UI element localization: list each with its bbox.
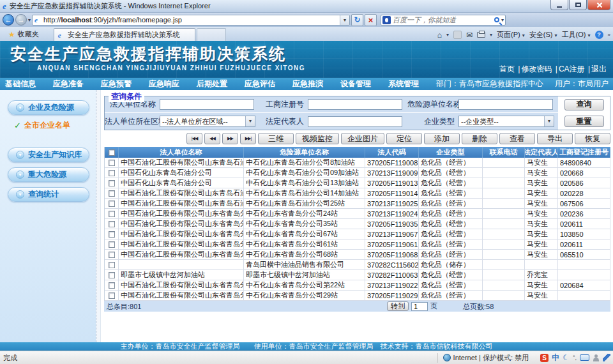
table-row[interactable]: 中国石油化工股份有限公司山东青岛石油分公司 中石化山东青岛石油分公司25站 37… — [105, 199, 610, 209]
stop-button[interactable]: × — [365, 14, 377, 26]
close-button[interactable] — [587, 0, 610, 10]
help-icon[interactable]: ? — [595, 31, 603, 39]
pager-button[interactable]: ▶▶| — [240, 133, 256, 144]
history-dropdown-icon[interactable]: ▾ — [28, 17, 31, 23]
goto-page-button[interactable]: 转到 — [387, 301, 409, 311]
menu-item[interactable]: 系统管理 — [388, 79, 419, 89]
sidebar-group-knowledge-base[interactable]: ▾ 安全生产知识库 — [8, 148, 89, 162]
table-row[interactable]: 即墨市七级镇中岔河加油站 即墨市七级镇中岔河加油站 370282F110063 … — [105, 270, 610, 280]
user-icon[interactable] — [593, 354, 600, 361]
table-row[interactable]: 中国石化山东青岛石油分公司 中石化山东青岛石油分公司09加油站 370213F1… — [105, 168, 610, 178]
punctuation-icon[interactable]: °, — [573, 354, 577, 361]
table-row[interactable]: 中国石油化工股份有限公司山东省青岛分公司 中石化山东省青岛分公司29站 3702… — [105, 291, 610, 301]
table-row[interactable]: 中国石油化工股份有限公司山东省青岛分公司 中石化山东省青岛分公司61站 3702… — [105, 239, 610, 250]
sidebar-group-query-statistics[interactable]: ▾ 查询统计 — [8, 187, 89, 202]
back-button[interactable]: ← — [3, 14, 14, 26]
menu-item[interactable]: 应急准备 — [53, 79, 84, 89]
frame-splitter[interactable] — [96, 90, 101, 342]
forward-button[interactable]: → — [15, 14, 27, 26]
row-checkbox[interactable] — [105, 229, 119, 239]
table-row[interactable]: 中国石油化工股份有限公司山东青岛石油分公司 中石化山东青岛石油分公司8加油站 3… — [105, 158, 610, 168]
table-row[interactable]: 中国石油化工股份有限公司山东省青岛分公司 中石化山东省青岛分公司67站 3702… — [105, 229, 610, 239]
sidebar-group-major-hazard[interactable]: ▾ 重大危险源 — [8, 167, 89, 182]
toolbar-button[interactable]: 视频监控 — [296, 133, 339, 144]
row-checkbox[interactable] — [105, 270, 119, 280]
row-checkbox[interactable] — [105, 199, 119, 209]
keyboard-icon[interactable] — [580, 354, 589, 361]
tab-active[interactable]: e 安全生产应急救援指挥辅助决策系统 — [54, 28, 195, 41]
hazard-name-input[interactable] — [458, 99, 553, 110]
sidebar-item-city-enterprise-list[interactable]: ✓ 全市企业名单 — [14, 120, 96, 131]
toolbar-button[interactable]: 删除 — [462, 133, 497, 144]
header-link[interactable]: 修改密码 — [515, 64, 552, 73]
row-checkbox[interactable] — [105, 239, 119, 250]
menu-item[interactable]: 后期处置 — [197, 79, 227, 89]
legal-rep-input[interactable] — [308, 116, 402, 127]
row-checkbox[interactable] — [105, 168, 119, 178]
row-checkbox[interactable] — [105, 250, 119, 260]
command-button[interactable]: 工具(O) ▾ — [562, 30, 591, 40]
corp-type-select[interactable]: --企业类型--▾ — [458, 116, 554, 127]
toolbar-button[interactable]: 添加 — [424, 133, 460, 144]
pager-button[interactable]: ◀◀ — [204, 133, 220, 144]
row-checkbox[interactable] — [105, 280, 119, 291]
overflow-icon[interactable]: » — [608, 32, 610, 38]
command-button[interactable]: 页面(P) ▾ — [497, 30, 525, 40]
header-link[interactable]: CA注册 — [552, 64, 584, 73]
home-dropdown-icon[interactable]: ▾ — [446, 32, 449, 38]
corp-name-input[interactable] — [160, 99, 254, 110]
moon-icon[interactable]: ☾ — [563, 353, 570, 362]
header-link[interactable]: 首页 — [499, 64, 515, 73]
row-checkbox[interactable] — [105, 219, 119, 229]
sogou-icon[interactable]: S — [540, 354, 549, 362]
home-icon[interactable]: ⌂ — [437, 31, 442, 40]
select-all-checkbox[interactable] — [105, 147, 119, 158]
table-row[interactable]: 中国石油化工股份有限公司山东省青岛分公司 中石化山东省青岛分公司68站 3702… — [105, 250, 610, 260]
wrench-icon[interactable] — [603, 354, 610, 361]
toolbar-button[interactable]: 导出 — [537, 133, 573, 144]
row-checkbox[interactable] — [105, 260, 119, 270]
toolbar-button[interactable]: 查看 — [499, 133, 535, 144]
table-row[interactable]: 中国石油化工股份有限公司山东省青岛分公司 中石化山东省青岛分公司第22站 370… — [105, 280, 610, 291]
reg-no-input[interactable] — [308, 99, 402, 110]
toolbar-button[interactable]: 三维 — [258, 133, 294, 144]
toolbar-button[interactable]: 恢复 — [575, 133, 610, 144]
table-row[interactable]: 青岛田横中油油品销售有限公司 370282C115602 危化品（储存） — [105, 260, 610, 270]
table-row[interactable]: 中国石油化工股份有限公司山东青岛石油分公司 中石化山东青岛石油分公司14加油站 … — [105, 188, 610, 199]
row-checkbox[interactable] — [105, 188, 119, 199]
menu-item[interactable]: 应急预警 — [101, 79, 132, 89]
pager-button[interactable]: ▶▶ — [222, 133, 238, 144]
row-checkbox[interactable] — [105, 178, 119, 188]
url-dropdown-icon[interactable]: ▾ — [340, 15, 349, 25]
print-dropdown-icon[interactable]: ▾ — [490, 32, 492, 38]
pager-button[interactable]: |◀◀ — [186, 133, 202, 144]
url-field[interactable]: e http://localhost:90/yjzh/frame/homepag… — [32, 15, 350, 26]
toolbar-button[interactable]: 企业图片 — [341, 133, 384, 144]
search-dropdown-icon[interactable]: ▾ — [501, 17, 504, 23]
minimize-button[interactable] — [550, 0, 568, 10]
search-icon[interactable] — [494, 17, 499, 22]
menu-item[interactable]: 设备管理 — [340, 79, 371, 89]
page-number-input[interactable] — [411, 302, 428, 311]
command-button[interactable]: 安全(S) ▾ — [529, 30, 557, 40]
toolbar-button[interactable]: 定位 — [386, 133, 422, 144]
row-checkbox[interactable] — [105, 291, 119, 301]
feeds-icon[interactable] — [453, 31, 462, 39]
print-icon[interactable] — [477, 32, 485, 38]
maximize-button[interactable] — [569, 0, 587, 10]
reset-button[interactable]: 重置 — [564, 116, 604, 127]
search-input[interactable] — [393, 16, 492, 24]
row-checkbox[interactable] — [105, 158, 119, 168]
header-link[interactable]: 退出 — [585, 64, 607, 73]
ime-language-icon[interactable]: 中 — [552, 353, 559, 363]
menu-item[interactable]: 应急响应 — [149, 79, 179, 89]
menu-item[interactable]: 应急推演 — [292, 79, 323, 89]
search-button[interactable]: 查询 — [564, 99, 604, 110]
region-select[interactable]: --法人单位所在区域--▾ — [160, 116, 255, 127]
new-tab-button[interactable] — [197, 28, 226, 41]
favorites-button[interactable]: ★ 收藏夹 — [3, 28, 45, 40]
mail-icon[interactable]: ✉ — [466, 31, 473, 40]
sidebar-group-enterprise-hazard[interactable]: ▾ 企业及危险源 — [8, 100, 89, 115]
table-row[interactable]: 中国石化山东青岛石油分公司 中石化山东青岛石油分公司13加油站 370205F1… — [105, 178, 610, 188]
menu-item[interactable]: 基础信息 — [5, 79, 36, 89]
